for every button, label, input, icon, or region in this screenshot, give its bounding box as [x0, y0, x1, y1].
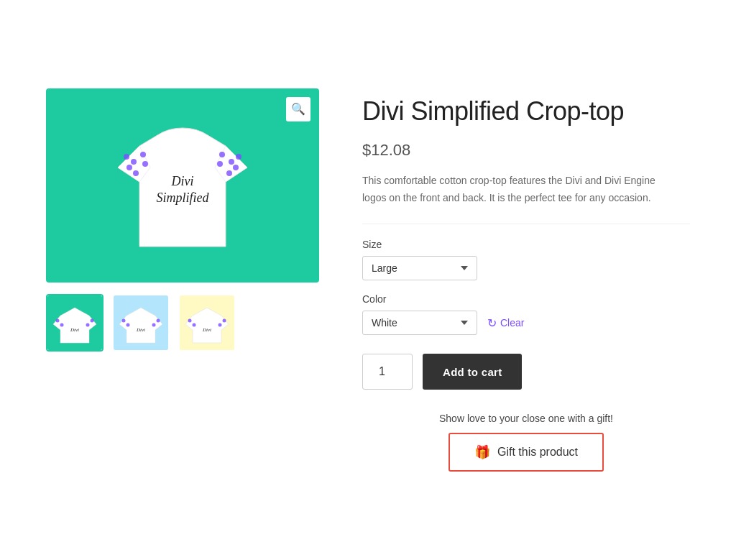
product-price: $12.08 [362, 141, 690, 160]
product-gallery: Divi Simplified 🔍 Divi [46, 88, 319, 352]
svg-point-28 [193, 323, 196, 326]
divider [362, 224, 690, 224]
color-field-group: Color White Light Blue Yellow ↻ Clear [362, 293, 690, 335]
svg-point-15 [56, 318, 60, 322]
quantity-input[interactable] [362, 354, 413, 390]
gift-icon: 🎁 [474, 444, 490, 460]
svg-point-4 [140, 152, 146, 157]
svg-point-18 [86, 323, 90, 326]
svg-point-23 [157, 318, 160, 322]
svg-point-24 [152, 323, 156, 326]
svg-point-1 [131, 159, 137, 165]
size-label: Size [362, 239, 690, 250]
thumbnail-3[interactable]: Divi [178, 294, 236, 352]
svg-point-22 [126, 323, 130, 326]
refresh-icon: ↻ [487, 316, 497, 330]
product-description: This comfortable cotton crop-top feature… [362, 173, 664, 207]
svg-point-16 [60, 323, 64, 326]
svg-text:Divi: Divi [70, 327, 79, 333]
svg-point-7 [229, 159, 234, 165]
svg-point-10 [219, 152, 225, 157]
svg-point-21 [122, 318, 126, 322]
size-field-group: Size Small Medium Large XL XXL [362, 239, 690, 280]
size-select[interactable]: Small Medium Large XL XXL [362, 256, 477, 280]
product-image: Divi Simplified [104, 103, 262, 268]
svg-text:Divi: Divi [202, 327, 211, 333]
color-select-wrapper: White Light Blue Yellow ↻ Clear [362, 311, 690, 335]
svg-point-9 [226, 170, 232, 176]
color-select[interactable]: White Light Blue Yellow [362, 311, 477, 335]
svg-point-5 [142, 161, 148, 167]
svg-point-6 [236, 154, 242, 160]
product-page: Divi Simplified 🔍 Divi [23, 60, 713, 501]
svg-point-0 [124, 154, 129, 160]
svg-point-29 [223, 318, 226, 322]
svg-point-30 [218, 323, 222, 326]
gift-section: Show love to your close one with a gift!… [362, 413, 690, 472]
thumbnail-2[interactable]: Divi [112, 294, 170, 352]
gift-promo-text: Show love to your close one with a gift! [439, 413, 613, 424]
svg-text:Divi: Divi [136, 327, 145, 333]
svg-point-11 [217, 161, 223, 167]
product-title: Divi Simplified Crop-top [362, 96, 690, 127]
thumbnail-strip: Divi Divi [46, 294, 319, 352]
gift-product-button[interactable]: 🎁 Gift this product [448, 433, 604, 472]
svg-point-8 [233, 165, 239, 170]
main-image: Divi Simplified 🔍 [46, 88, 319, 283]
add-to-cart-row: Add to cart [362, 354, 690, 390]
zoom-button[interactable]: 🔍 [286, 97, 310, 121]
svg-point-3 [133, 170, 139, 176]
svg-text:Divi: Divi [171, 174, 194, 188]
clear-label: Clear [500, 317, 524, 329]
clear-color-link[interactable]: ↻ Clear [487, 316, 524, 330]
zoom-icon: 🔍 [291, 102, 305, 116]
svg-point-17 [91, 318, 94, 322]
add-to-cart-button[interactable]: Add to cart [423, 354, 522, 390]
svg-text:Simplified: Simplified [157, 191, 210, 205]
svg-point-2 [126, 165, 132, 170]
product-info: Divi Simplified Crop-top $12.08 This com… [362, 88, 690, 472]
color-label: Color [362, 293, 690, 305]
gift-button-label: Gift this product [497, 446, 578, 459]
svg-point-27 [188, 318, 192, 322]
thumbnail-1[interactable]: Divi [46, 294, 104, 352]
